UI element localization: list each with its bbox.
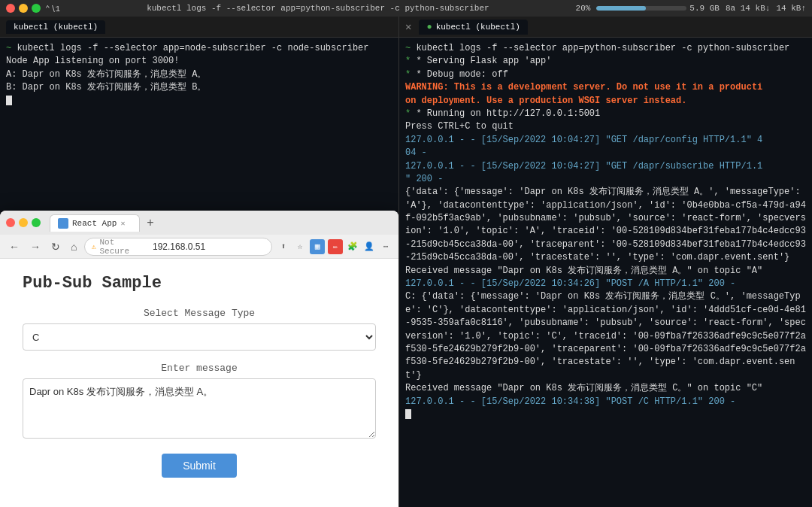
right-log-6: 127.0.0.1 - - [15/Sep/2022 10:34:38] "PO… bbox=[405, 396, 806, 408]
right-warning-1: WARNING: This is a development server. D… bbox=[405, 81, 806, 94]
browser-maximize-btn[interactable] bbox=[32, 218, 41, 227]
extension-icon-2[interactable]: ✏ bbox=[328, 239, 343, 254]
terminal-left-tab-label: kubectl (kubectl) bbox=[14, 23, 98, 32]
top-bar-title: kubectl logs -f --selector app=python-su… bbox=[147, 4, 489, 13]
usage-percent: 20% bbox=[576, 4, 591, 13]
right-received-2: Received message "Dapr on K8s 发布订阅服务，消息类… bbox=[405, 382, 806, 395]
browser-minimize-btn[interactable] bbox=[19, 218, 28, 227]
top-bar-left: ⌃∖1 bbox=[6, 4, 60, 14]
right-line-0: * * Serving Flask app 'app' bbox=[405, 55, 806, 68]
right-line-4: * * Running on http://127.0.0.1:5001 bbox=[405, 108, 806, 120]
keyboard-shortcut: ⌃∖1 bbox=[45, 4, 60, 14]
network-stats: 8a 14 kB↓ bbox=[726, 4, 770, 13]
share-icon[interactable]: ⬆ bbox=[277, 240, 290, 254]
terminal-left-tabbar: kubectl (kubectl) bbox=[0, 17, 398, 38]
right-log-5: 127.0.0.1 - - [15/Sep/2022 10:34:26] "PO… bbox=[405, 278, 806, 290]
terminal-right-tab[interactable]: ● kubectl (kubectl) bbox=[419, 20, 527, 35]
back-button[interactable]: ← bbox=[6, 239, 23, 254]
traffic-lights bbox=[6, 4, 41, 13]
security-icon: ⚠ bbox=[91, 242, 95, 251]
terminal-left-line-3: B: Dapr on K8s 发布订阅服务，消息类型 B。 bbox=[6, 81, 392, 94]
close-tl[interactable] bbox=[6, 4, 15, 13]
terminal-right: ✕ ● kubectl (kubectl) ~ kubectl logs -f … bbox=[398, 17, 812, 507]
terminal-right-content: ~ kubectl logs -f --selector app=python-… bbox=[399, 38, 812, 507]
right-prompt-icon: ~ bbox=[405, 43, 416, 53]
terminal-right-tab-label: kubectl (kubectl) bbox=[436, 23, 520, 32]
textarea-group: Enter message Dapr on K8s 发布订阅服务，消息类型 A。 bbox=[23, 363, 376, 442]
app-title: Pub-Sub Sample bbox=[23, 274, 376, 293]
browser-traffic-lights bbox=[6, 218, 41, 227]
browser-tab-active[interactable]: React App ✕ bbox=[50, 214, 140, 232]
toolbar-icons: ⬆ ☆ ▦ ✏ 🧩 👤 ⋯ bbox=[277, 239, 392, 254]
right-line-5: Press CTRL+C to quit bbox=[405, 120, 806, 133]
browser-window: React App ✕ + ← → ↻ ⌂ ⚠ Not Secure ⬆ bbox=[0, 211, 398, 507]
browser-tab-close[interactable]: ✕ bbox=[120, 219, 125, 228]
browser-titlebar: React App ✕ + bbox=[0, 211, 398, 235]
home-button[interactable]: ⌂ bbox=[68, 239, 80, 254]
right-prompt-line: ~ kubectl logs -f --selector app=python-… bbox=[405, 42, 806, 55]
terminal-left-prompt-line: ~ kubectl logs -f --selector app=node-su… bbox=[6, 42, 392, 55]
browser-close-btn[interactable] bbox=[6, 218, 15, 227]
terminal-left: kubectl (kubectl) ~ kubectl logs -f --se… bbox=[0, 17, 398, 507]
extensions-icon[interactable]: 🧩 bbox=[346, 240, 359, 254]
extension-icon-1[interactable]: ▦ bbox=[310, 239, 325, 254]
right-log-2: 04 - bbox=[405, 147, 806, 159]
main-container: kubectl (kubectl) ~ kubectl logs -f --se… bbox=[0, 17, 812, 507]
submit-button[interactable]: Submit bbox=[162, 454, 237, 478]
right-log-4: " 200 - bbox=[405, 173, 806, 186]
terminal-left-line-1: Node App listening on port 3000! bbox=[6, 55, 392, 68]
security-label: Not Secure bbox=[100, 238, 150, 256]
right-received-1: Received message "Dapr on K8s 发布订阅服务，消息类… bbox=[405, 265, 806, 278]
terminal-left-command: kubectl logs -f --selector app=node-subs… bbox=[17, 43, 368, 53]
right-cursor bbox=[405, 408, 806, 421]
bookmark-icon[interactable]: ☆ bbox=[293, 240, 307, 254]
profile-icon[interactable]: 👤 bbox=[362, 240, 376, 254]
new-tab-button[interactable]: + bbox=[143, 215, 158, 230]
textarea-label: Enter message bbox=[23, 363, 376, 374]
browser-favicon bbox=[58, 218, 68, 229]
address-bar-container: ⚠ Not Secure bbox=[84, 238, 272, 256]
terminal-left-tab[interactable]: kubectl (kubectl) bbox=[6, 20, 105, 34]
minimize-tl[interactable] bbox=[19, 4, 28, 13]
message-type-select[interactable]: A B C bbox=[23, 323, 376, 351]
prompt-icon: ~ bbox=[6, 43, 17, 53]
select-group: Select Message Type A B C bbox=[23, 308, 376, 351]
browser-tab-title: React App bbox=[72, 219, 117, 228]
select-label: Select Message Type bbox=[23, 308, 376, 319]
message-textarea[interactable]: Dapr on K8s 发布订阅服务，消息类型 A。 bbox=[23, 378, 376, 439]
more-icon[interactable]: ⋯ bbox=[379, 240, 392, 254]
right-line-1: * * Debug mode: off bbox=[405, 68, 806, 81]
terminal-right-close[interactable]: ✕ bbox=[405, 20, 411, 33]
right-data-2: C: {'data': {'message': 'Dapr on K8s 发布订… bbox=[405, 290, 806, 382]
right-data-1: {'data': {'message': 'Dapr on K8s 发布订阅服务… bbox=[405, 186, 806, 264]
reload-button[interactable]: ↻ bbox=[48, 239, 63, 254]
terminal-left-line-2: A: Dapr on K8s 发布订阅服务，消息类型 A。 bbox=[6, 68, 392, 81]
browser-body: Pub-Sub Sample Select Message Type A B C… bbox=[0, 259, 398, 507]
prompt-dot-right: ● bbox=[426, 22, 432, 32]
browser-toolbar: ← → ↻ ⌂ ⚠ Not Secure ⬆ ☆ ▦ ✏ 🧩 👤 ⋯ bbox=[0, 235, 398, 259]
forward-button[interactable]: → bbox=[27, 239, 44, 254]
top-bar-right: 20% 5.9 GB 8a 14 kB↓ 14 kB↑ bbox=[576, 4, 806, 13]
network-stats-up: 14 kB↑ bbox=[776, 4, 806, 13]
terminal-right-tabbar: ✕ ● kubectl (kubectl) bbox=[399, 17, 812, 38]
right-command: kubectl logs -f --selector app=python-su… bbox=[416, 43, 789, 53]
memory-bar: 5.9 GB bbox=[596, 4, 720, 13]
right-warning-2: on deployment. Use a production WSGI ser… bbox=[405, 95, 806, 108]
top-bar: ⌃∖1 kubectl logs -f --selector app=pytho… bbox=[0, 0, 812, 17]
right-log-3: 127.0.0.1 - - [15/Sep/2022 10:04:27] "GE… bbox=[405, 160, 806, 173]
right-log-1: 127.0.0.1 - - [15/Sep/2022 10:04:27] "GE… bbox=[405, 134, 806, 147]
address-input[interactable] bbox=[153, 241, 265, 252]
terminal-cursor bbox=[6, 95, 392, 108]
browser-tab-strip: React App ✕ + bbox=[50, 214, 392, 232]
maximize-tl[interactable] bbox=[32, 4, 41, 13]
